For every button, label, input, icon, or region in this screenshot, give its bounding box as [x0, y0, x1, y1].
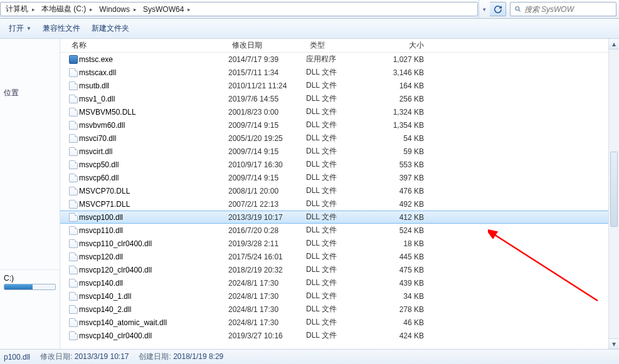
dll-file-icon — [68, 239, 79, 248]
dll-file-icon — [68, 279, 79, 288]
file-name: msvcp140_2.dll — [79, 305, 228, 314]
refresh-icon — [494, 5, 502, 14]
file-type: DLL 文件 — [306, 93, 375, 104]
path-dropdown-button[interactable]: ▾ — [479, 0, 490, 18]
file-name: msutb.dll — [79, 81, 228, 90]
dll-file-icon — [68, 147, 79, 156]
table-row[interactable]: msvcp50.dll2010/9/17 16:30DLL 文件553 KB — [60, 158, 619, 171]
file-date: 2019/7/6 14:55 — [228, 95, 306, 103]
table-row[interactable]: MSVCP70.DLL2008/1/1 20:00DLL 文件476 KB — [60, 184, 619, 197]
file-name: MSVCP71.DLL — [79, 200, 228, 209]
file-date: 2018/2/19 20:32 — [228, 266, 306, 274]
vertical-scrollbar[interactable]: ▴ ▾ — [608, 39, 619, 349]
breadcrumb-item[interactable]: Windows — [95, 3, 131, 16]
chevron-right-icon[interactable]: ▸ — [29, 6, 38, 13]
file-name: MSVCP70.DLL — [79, 187, 228, 195]
drive-label: C:) — [4, 274, 14, 283]
table-row[interactable]: msvcp110.dll2016/7/20 0:28DLL 文件524 KB — [60, 224, 619, 237]
file-date: 2013/3/19 10:17 — [228, 213, 306, 222]
file-date: 2009/7/14 9:15 — [228, 147, 306, 156]
table-row[interactable]: mstsc.exe2014/7/17 9:39应用程序1,027 KB — [60, 53, 619, 66]
table-row[interactable]: MSVCP71.DLL2007/2/1 22:13DLL 文件492 KB — [60, 197, 619, 211]
chevron-right-icon[interactable]: ▸ — [185, 6, 193, 13]
search-input[interactable] — [524, 5, 612, 14]
file-type: DLL 文件 — [306, 146, 375, 157]
dll-file-icon — [68, 121, 79, 130]
dll-file-icon — [68, 331, 79, 340]
breadcrumb[interactable]: 计算机▸本地磁盘 (C:)▸Windows▸SysWOW64▸ — [0, 2, 478, 16]
file-size: 164 KB — [375, 81, 428, 90]
scroll-down-button[interactable]: ▾ — [609, 338, 619, 349]
file-name: msvbvm60.dll — [79, 121, 228, 130]
file-size: 445 KB — [375, 252, 428, 261]
sidebar-item-drive[interactable]: C:) — [0, 269, 60, 293]
file-size: 476 KB — [375, 187, 428, 195]
file-date: 2024/8/1 17:30 — [228, 292, 306, 301]
table-row[interactable]: msutb.dll2010/11/21 11:24DLL 文件164 KB — [60, 79, 619, 92]
file-name: msvci70.dll — [79, 134, 228, 143]
file-name: msv1_0.dll — [79, 95, 228, 103]
breadcrumb-item[interactable]: SysWOW64 — [139, 3, 185, 16]
new-folder-label: 新建文件夹 — [92, 23, 129, 34]
file-type: DLL 文件 — [306, 107, 375, 117]
table-row[interactable]: msvcp120.dll2017/5/24 16:01DLL 文件445 KB — [60, 250, 619, 263]
file-name: mstscax.dll — [79, 68, 228, 77]
new-folder-button[interactable]: 新建文件夹 — [87, 21, 134, 36]
file-type: DLL 文件 — [306, 238, 375, 249]
table-row[interactable]: msvci70.dll2005/1/20 19:25DLL 文件54 KB — [60, 132, 619, 145]
chevron-right-icon[interactable]: ▸ — [131, 6, 139, 13]
dropdown-icon: ▼ — [26, 26, 31, 31]
exe-icon — [68, 55, 79, 64]
table-row[interactable]: mstscax.dll2015/7/11 1:34DLL 文件3,146 KB — [60, 66, 619, 79]
chevron-right-icon[interactable]: ▸ — [87, 6, 95, 13]
file-size: 492 KB — [375, 200, 428, 209]
file-size: 59 KB — [375, 147, 428, 156]
column-header-type[interactable]: 类型 — [306, 40, 375, 51]
search-icon — [514, 5, 522, 13]
main-area: 位置 C:) 名称 修改日期 类型 大小 mstsc.exe2014/7/17 … — [0, 39, 619, 349]
column-header-name[interactable]: 名称 — [68, 40, 228, 51]
table-row[interactable]: msvbvm60.dll2009/7/14 9:15DLL 文件1,354 KB — [60, 118, 619, 132]
file-size: 256 KB — [375, 95, 428, 103]
compat-files-button[interactable]: 兼容性文件 — [38, 21, 85, 36]
dll-file-icon — [68, 68, 79, 77]
search-input-wrap[interactable] — [510, 2, 616, 16]
file-type: DLL 文件 — [306, 278, 375, 288]
table-row[interactable]: msvcp100.dll2013/3/19 10:17DLL 文件412 KB — [60, 211, 619, 224]
table-row[interactable]: msv1_0.dll2019/7/6 14:55DLL 文件256 KB — [60, 92, 619, 105]
breadcrumb-item[interactable]: 计算机 — [2, 3, 29, 16]
refresh-button[interactable] — [490, 2, 506, 16]
table-row[interactable]: msvcp140_clr0400.dll2019/3/27 10:16DLL 文… — [60, 329, 619, 342]
column-header-date[interactable]: 修改日期 — [228, 40, 306, 51]
table-row[interactable]: msvcp120_clr0400.dll2018/2/19 20:32DLL 文… — [60, 263, 619, 276]
file-type: DLL 文件 — [306, 185, 375, 196]
file-name: msvcp110.dll — [79, 226, 228, 235]
scroll-up-button[interactable]: ▴ — [609, 39, 619, 49]
sidebar-item-location[interactable]: 位置 — [0, 85, 60, 101]
dll-file-icon — [68, 81, 79, 90]
file-type: DLL 文件 — [306, 317, 375, 328]
file-date: 2024/8/1 17:30 — [228, 305, 306, 314]
svg-point-0 — [516, 7, 519, 11]
column-header-size[interactable]: 大小 — [375, 40, 428, 51]
table-row[interactable]: msvcp140_2.dll2024/8/1 17:30DLL 文件278 KB — [60, 303, 619, 316]
table-row[interactable]: msvcp60.dll2009/7/14 9:15DLL 文件397 KB — [60, 171, 619, 184]
status-created-label: 创建日期: — [139, 352, 171, 361]
table-row[interactable]: msvcp110_clr0400.dll2019/3/28 2:11DLL 文件… — [60, 237, 619, 250]
file-type: DLL 文件 — [306, 133, 375, 143]
file-type: DLL 文件 — [306, 251, 375, 262]
breadcrumb-item[interactable]: 本地磁盘 (C:) — [38, 3, 87, 16]
file-size: 475 KB — [375, 266, 428, 274]
table-row[interactable]: msvcp140.dll2024/8/1 17:30DLL 文件439 KB — [60, 276, 619, 289]
table-row[interactable]: msvcirt.dll2009/7/14 9:15DLL 文件59 KB — [60, 145, 619, 158]
scroll-thumb[interactable] — [610, 152, 618, 227]
table-row[interactable]: msvcp140_atomic_wait.dll2024/8/1 17:30DL… — [60, 316, 619, 329]
file-name: msvcp60.dll — [79, 174, 228, 182]
file-date: 2024/8/1 17:30 — [228, 318, 306, 327]
file-size: 397 KB — [375, 174, 428, 182]
status-mod-value: 2013/3/19 10:17 — [75, 352, 129, 361]
table-row[interactable]: MSVBVM50.DLL2001/8/23 0:00DLL 文件1,324 KB — [60, 105, 619, 118]
compat-label: 兼容性文件 — [43, 23, 80, 34]
table-row[interactable]: msvcp140_1.dll2024/8/1 17:30DLL 文件34 KB — [60, 289, 619, 303]
open-button[interactable]: 打开 ▼ — [4, 21, 36, 36]
